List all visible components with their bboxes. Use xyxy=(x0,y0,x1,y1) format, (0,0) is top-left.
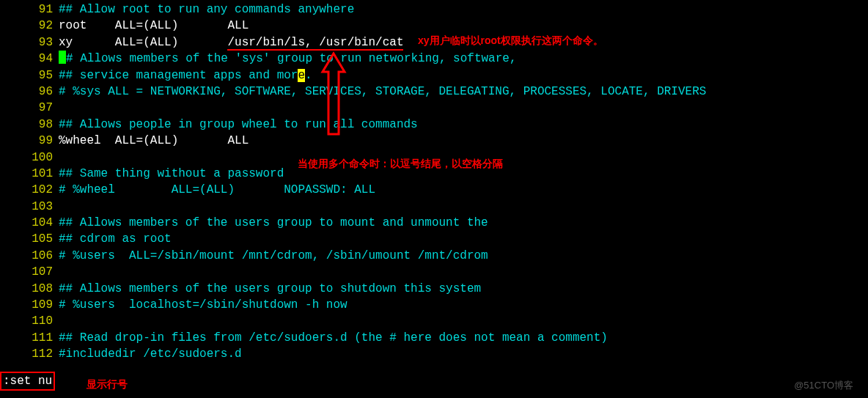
line-number: 101 xyxy=(0,166,59,182)
code-line: 99%wheel ALL=(ALL) ALL xyxy=(0,133,868,149)
line-number: 99 xyxy=(0,133,59,149)
line-content: # Allows members of the 'sys' group to r… xyxy=(59,51,868,67)
code-line: 91## Allow root to run any commands anyw… xyxy=(0,1,868,18)
code-line: 106# %users ALL=/sbin/mount /mnt/cdrom, … xyxy=(0,248,868,264)
code-line: 112#includedir /etc/sudoers.d xyxy=(0,346,868,362)
annotation-xy-user: xy用户临时以root权限执行这两个命令。 xyxy=(418,34,603,48)
line-number: 109 xyxy=(0,297,59,313)
line-content: #includedir /etc/sudoers.d xyxy=(59,346,868,362)
watermark: @51CTO博客 xyxy=(794,379,853,392)
line-content: # %wheel ALL=(ALL) NOPASSWD: ALL xyxy=(59,182,868,198)
line-number: 112 xyxy=(0,346,59,362)
line-number: 92 xyxy=(0,18,59,34)
line-number: 100 xyxy=(0,150,59,166)
annotation-multi-cmd: 当使用多个命令时：以逗号结尾，以空格分隔 xyxy=(298,157,503,172)
line-content: %wheel ALL=(ALL) ALL xyxy=(59,133,868,149)
line-number: 105 xyxy=(0,231,59,247)
line-content: ## Allows members of the users group to … xyxy=(59,281,868,297)
line-content: ## Allows members of the users group to … xyxy=(59,215,868,231)
line-content xyxy=(59,264,868,280)
line-content: ## Read drop-in files from /etc/sudoers.… xyxy=(59,330,868,346)
line-number: 106 xyxy=(0,248,59,264)
line-number: 97 xyxy=(0,100,59,116)
line-content: root ALL=(ALL) ALL xyxy=(59,18,868,34)
line-number: 95 xyxy=(0,67,59,84)
line-number: 108 xyxy=(0,281,59,297)
line-content: # %users ALL=/sbin/mount /mnt/cdrom, /sb… xyxy=(59,248,868,264)
code-line: 105## cdrom as root xyxy=(0,231,868,247)
code-line: 95## service management apps and more. xyxy=(0,67,868,84)
line-content: # %sys ALL = NETWORKING, SOFTWARE, SERVI… xyxy=(59,84,868,100)
line-number: 103 xyxy=(0,199,59,215)
code-line: 110 xyxy=(0,313,868,329)
code-line: 102# %wheel ALL=(ALL) NOPASSWD: ALL xyxy=(0,182,868,198)
code-line: 96# %sys ALL = NETWORKING, SOFTWARE, SER… xyxy=(0,84,868,100)
line-content: ## service management apps and more. xyxy=(59,67,868,84)
line-content: ## Allow root to run any commands anywhe… xyxy=(59,1,868,18)
annotation-lineno: 显示行号 xyxy=(87,377,128,392)
line-number: 102 xyxy=(0,182,59,198)
line-content: ## cdrom as root xyxy=(59,231,868,247)
line-content: # %users localhost=/sbin/shutdown -h now xyxy=(59,297,868,313)
code-editor[interactable]: 91## Allow root to run any commands anyw… xyxy=(0,0,868,363)
line-content: ## Allows people in group wheel to run a… xyxy=(59,117,868,133)
code-line: 104## Allows members of the users group … xyxy=(0,215,868,231)
line-number: 96 xyxy=(0,84,59,100)
code-line: 94 # Allows members of the 'sys' group t… xyxy=(0,51,868,67)
code-line: 109# %users localhost=/sbin/shutdown -h … xyxy=(0,297,868,313)
code-line: 98## Allows people in group wheel to run… xyxy=(0,117,868,133)
line-content xyxy=(59,199,868,215)
line-number: 111 xyxy=(0,330,59,346)
line-number: 110 xyxy=(0,313,59,329)
line-content xyxy=(59,100,868,116)
vim-command-line[interactable]: :set nu xyxy=(0,372,55,391)
line-number: 104 xyxy=(0,215,59,231)
line-number: 98 xyxy=(0,117,59,133)
code-line: 111## Read drop-in files from /etc/sudoe… xyxy=(0,330,868,346)
code-line: 92root ALL=(ALL) ALL xyxy=(0,18,868,34)
code-line: 97 xyxy=(0,100,868,116)
code-line: 103 xyxy=(0,199,868,215)
code-line: 107 xyxy=(0,264,868,280)
code-line: 108## Allows members of the users group … xyxy=(0,281,868,297)
line-number: 107 xyxy=(0,264,59,280)
line-number: 91 xyxy=(0,1,59,18)
line-number: 93 xyxy=(0,34,59,51)
line-content xyxy=(59,313,868,329)
line-number: 94 xyxy=(0,51,59,67)
